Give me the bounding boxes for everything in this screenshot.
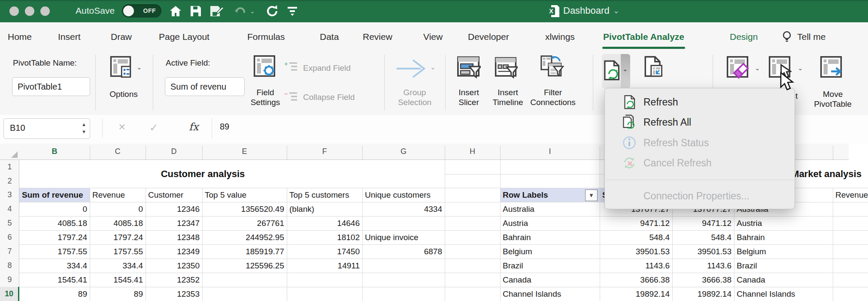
- column-header-G[interactable]: G: [362, 144, 445, 160]
- filter-connections-label[interactable]: Filter Connections: [530, 87, 576, 107]
- cell-C10[interactable]: 89: [90, 287, 146, 301]
- cell-D4[interactable]: 12346: [146, 202, 202, 216]
- move-pivottable-label[interactable]: Move PivotTable: [814, 89, 852, 109]
- cell-I4[interactable]: Australia: [500, 202, 600, 216]
- save-icon[interactable]: [190, 5, 202, 17]
- cell-F3[interactable]: Top 5 customers: [287, 188, 362, 202]
- tab-home[interactable]: Home: [8, 22, 32, 51]
- cell-E3[interactable]: Top 5 value: [202, 188, 287, 202]
- cell-L10[interactable]: Channel Islands: [734, 287, 833, 301]
- save-as-icon[interactable]: [209, 5, 223, 17]
- cell-B5[interactable]: 4085.18: [19, 216, 90, 230]
- row-header-10[interactable]: 10: [0, 287, 19, 301]
- tab-formulas[interactable]: Formulas: [247, 22, 285, 51]
- cell-C7[interactable]: 1757.55: [90, 244, 146, 259]
- cell-D10[interactable]: 12353: [146, 287, 202, 301]
- menu-item-refresh-all[interactable]: Refresh All: [605, 114, 795, 130]
- tab-data[interactable]: Data: [320, 22, 339, 51]
- cell-G6[interactable]: Unique invoice: [362, 230, 445, 244]
- cell-C9[interactable]: 1545.41: [90, 273, 146, 287]
- insert-function-icon[interactable]: fx: [189, 121, 198, 133]
- cell-D5[interactable]: 12347: [146, 216, 202, 230]
- cell-J6[interactable]: 548.4: [600, 230, 672, 244]
- cell-L5[interactable]: Austria: [734, 216, 833, 230]
- customize-toolbar-icon[interactable]: [287, 6, 298, 16]
- cell-L6[interactable]: Bahrain: [734, 230, 833, 244]
- row-header-8[interactable]: 8: [0, 259, 19, 273]
- cell-K9[interactable]: 3666.38: [672, 273, 734, 287]
- close-window-button[interactable]: [9, 6, 19, 16]
- field-settings-label[interactable]: Field Settings: [251, 87, 280, 107]
- row-header-3[interactable]: 3: [0, 188, 19, 202]
- cell-J5[interactable]: 9471.12: [600, 216, 672, 230]
- cell-K7[interactable]: 39501.53: [672, 244, 734, 259]
- cell-C5[interactable]: 4085.18: [90, 216, 146, 230]
- cancel-entry-icon[interactable]: ×: [118, 120, 125, 134]
- cell-D8[interactable]: 12350: [146, 259, 202, 273]
- name-box[interactable]: B10 ▲▼: [3, 118, 90, 139]
- move-pivottable-icon[interactable]: [819, 55, 843, 79]
- zoom-window-button[interactable]: [40, 6, 50, 16]
- cell-L7[interactable]: Belgium: [734, 244, 833, 259]
- cell-F5[interactable]: 14646: [287, 216, 362, 230]
- redo-icon[interactable]: [265, 4, 279, 18]
- cell-E4[interactable]: 1356520.49: [202, 202, 287, 216]
- name-box-spinner[interactable]: ▲▼: [82, 121, 86, 135]
- cell-B6[interactable]: 1797.24: [19, 230, 90, 244]
- cell-C3[interactable]: Revenue: [90, 188, 146, 202]
- cell-B3[interactable]: Sum of revenue: [19, 188, 90, 202]
- confirm-entry-icon[interactable]: ✓: [149, 122, 158, 134]
- cell-F4[interactable]: (blank): [287, 202, 362, 216]
- cell-I9[interactable]: Canada: [500, 273, 600, 287]
- cell-C4[interactable]: 0: [90, 202, 146, 216]
- title-chevron-icon[interactable]: ⌄: [613, 6, 619, 15]
- cell-I10[interactable]: Channel Islands: [500, 287, 600, 301]
- tab-review[interactable]: Review: [363, 22, 392, 51]
- cell-J9[interactable]: 3666.38: [600, 273, 672, 287]
- row-header-4[interactable]: 4: [0, 202, 19, 216]
- cell-L8[interactable]: Brazil: [734, 259, 833, 273]
- row-header-1[interactable]: 1: [0, 160, 19, 174]
- collapse-field-label[interactable]: Collapse Field: [303, 93, 355, 102]
- tab-xlwings[interactable]: xlwings: [545, 22, 575, 51]
- cell-G7[interactable]: 6878: [362, 244, 445, 259]
- cell-G4[interactable]: 4334: [362, 202, 445, 216]
- pivottable-name-input[interactable]: [12, 77, 90, 96]
- tab-insert[interactable]: Insert: [58, 22, 81, 51]
- cell-K8[interactable]: 1143.6: [672, 259, 734, 273]
- cell-J8[interactable]: 1143.6: [600, 259, 672, 273]
- cell-K5[interactable]: 9471.12: [672, 216, 734, 230]
- group-selection-chevron-icon[interactable]: ⌄: [430, 63, 436, 71]
- minimize-window-button[interactable]: [25, 6, 34, 16]
- cell-K10[interactable]: 19892.14: [672, 287, 734, 301]
- tab-tell-me[interactable]: Tell me: [797, 22, 826, 51]
- tab-draw[interactable]: Draw: [111, 22, 132, 51]
- row-header-5[interactable]: 5: [0, 216, 19, 230]
- undo-chevron-icon[interactable]: ⌄: [250, 8, 255, 15]
- select-chevron-icon[interactable]: ⌄: [798, 64, 803, 72]
- expand-field-icon[interactable]: +: [284, 61, 298, 72]
- options-icon[interactable]: [109, 55, 132, 78]
- row-header-2[interactable]: 2: [0, 174, 19, 188]
- cell-E6[interactable]: 244952.95: [202, 230, 287, 244]
- document-title[interactable]: Dashboard: [563, 5, 610, 16]
- cell-J7[interactable]: 39501.53: [600, 244, 672, 259]
- cell-B10[interactable]: 89: [19, 287, 90, 301]
- insert-slicer-icon[interactable]: [456, 54, 481, 79]
- cell-D7[interactable]: 12349: [146, 244, 202, 259]
- cell-F6[interactable]: 18102: [287, 230, 362, 244]
- cell-B4[interactable]: 0: [19, 202, 90, 216]
- cell-C8[interactable]: 334.4: [90, 259, 146, 273]
- cell-I7[interactable]: Belgium: [500, 244, 600, 259]
- cell-I3[interactable]: Row Labels▼: [500, 188, 600, 202]
- expand-field-label[interactable]: Expand Field: [303, 63, 351, 73]
- insert-slicer-label[interactable]: Insert Slicer: [458, 87, 479, 107]
- formula-input[interactable]: 89: [220, 122, 229, 132]
- insert-timeline-label[interactable]: Insert Timeline: [492, 87, 523, 107]
- change-data-source-icon[interactable]: [640, 55, 664, 78]
- row-header-6[interactable]: 6: [0, 230, 19, 244]
- cell-G3[interactable]: Unique customers: [362, 188, 445, 202]
- group-selection-label[interactable]: Group Selection: [398, 87, 431, 107]
- active-field-input[interactable]: [165, 77, 245, 96]
- cell-I5[interactable]: Austria: [500, 216, 600, 230]
